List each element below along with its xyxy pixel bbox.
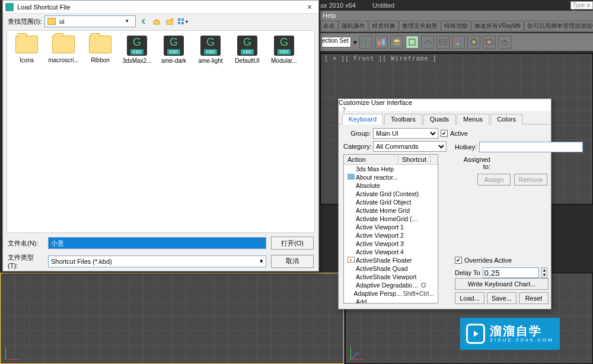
- new-folder-icon[interactable]: [164, 16, 175, 27]
- search-input[interactable]: Type a k: [570, 1, 593, 9]
- filetype-combo[interactable]: Shortcut Files (*.kbd)▾: [48, 256, 266, 267]
- assigned-label: Assigned to:: [455, 156, 490, 170]
- script-button[interactable]: 整理丢失贴图: [399, 21, 441, 31]
- action-row[interactable]: Active Viewport 1: [344, 223, 438, 231]
- action-row[interactable]: About reactor...: [344, 173, 438, 181]
- overrides-checkbox[interactable]: ✔: [455, 257, 462, 264]
- svg-rect-9: [473, 41, 475, 43]
- action-row[interactable]: Active Viewport 3: [344, 240, 438, 248]
- file-label: ame-light: [198, 58, 222, 64]
- file-label: 3dsMax2...: [123, 58, 152, 64]
- action-row[interactable]: 3ds Max Help: [344, 165, 438, 173]
- file-item[interactable]: GKBDDefaultUI: [232, 36, 262, 64]
- viewport-label: [ + ][ Front ][ Wireframe ]: [324, 55, 437, 62]
- tab-keyboard[interactable]: Keyboard: [342, 114, 383, 124]
- dope-icon[interactable]: [436, 36, 449, 49]
- kbd-icon: GKBD: [127, 36, 147, 56]
- watermark-url: ZIXUE.3D66.COM: [490, 338, 554, 343]
- action-row[interactable]: Adaptive Perspective ...Shift+Ctrl...: [344, 289, 438, 298]
- file-item[interactable]: GKBDModular...: [269, 36, 299, 64]
- action-row[interactable]: Add: [344, 298, 438, 304]
- watermark: 溜溜自学 ZIXUE.3D66.COM: [460, 318, 560, 350]
- action-row[interactable]: Activate Grid Object: [344, 198, 438, 206]
- action-row[interactable]: Activate Grid (Context): [344, 190, 438, 198]
- folder-icon: [15, 36, 38, 53]
- svg-rect-0: [378, 41, 381, 45]
- spinner[interactable]: ▲▼: [541, 267, 547, 278]
- svg-point-5: [455, 39, 458, 43]
- teapot-icon[interactable]: [498, 36, 511, 49]
- action-row[interactable]: ActiveShade Viewport: [344, 273, 438, 281]
- file-label: ame-dark: [161, 58, 186, 64]
- viewport-left[interactable]: [0, 273, 344, 364]
- tab-quads[interactable]: Quads: [423, 114, 455, 124]
- open-button[interactable]: 打开(O): [271, 237, 314, 250]
- layers-icon[interactable]: [390, 36, 403, 49]
- script-button[interactable]: 你可以用脚本管理添加按钮到此处: [524, 21, 593, 31]
- schematic-icon[interactable]: [406, 36, 419, 49]
- file-item[interactable]: macroscri...: [49, 36, 78, 63]
- load-button[interactable]: Load...: [455, 292, 484, 304]
- script-button[interactable]: 修改所有VRayMtl: [471, 21, 524, 31]
- action-row[interactable]: Activate HomeGrid (Co...: [344, 215, 438, 223]
- file-list[interactable]: Iconsmacroscri...RibbonGKBD3dsMax2...GKB…: [7, 30, 315, 233]
- play-icon: [466, 324, 485, 344]
- action-row[interactable]: Active Viewport 4: [344, 248, 438, 256]
- script-button[interactable]: 随机操作: [339, 21, 368, 31]
- reset-button[interactable]: Reset: [519, 292, 549, 304]
- close-icon[interactable]: ×: [303, 2, 316, 12]
- tab-colors[interactable]: Colors: [490, 114, 522, 124]
- action-row[interactable]: Adaptive Degradation ...O: [344, 281, 438, 289]
- action-row[interactable]: Activate Home Grid: [344, 206, 438, 215]
- action-row[interactable]: ActiveShade Quad: [344, 264, 438, 273]
- dialog-title: Load Shortcut File: [17, 4, 303, 11]
- mirror-icon[interactable]: [359, 36, 372, 49]
- cancel-button[interactable]: 取消: [271, 255, 314, 268]
- assign-button[interactable]: Assign: [477, 174, 511, 186]
- hotkey-input[interactable]: [479, 142, 583, 152]
- file-item[interactable]: GKBDame-dark: [159, 36, 189, 64]
- action-list[interactable]: Action Shortcut 3ds Max HelpAbout reacto…: [343, 154, 438, 304]
- action-row[interactable]: Absolute: [344, 181, 438, 190]
- filename-input[interactable]: [48, 237, 266, 249]
- lookin-value: ui: [59, 18, 65, 25]
- file-item[interactable]: GKBD3dsMax2...: [122, 36, 152, 64]
- active-checkbox[interactable]: ✔: [441, 130, 448, 137]
- document-name: Untitled: [372, 2, 394, 9]
- lookin-combo[interactable]: ui ▾: [44, 15, 136, 27]
- material-icon[interactable]: [452, 36, 465, 49]
- view-menu-icon[interactable]: ▾: [177, 16, 188, 27]
- align-icon[interactable]: [375, 36, 388, 49]
- category-select[interactable]: All Commands: [373, 141, 447, 152]
- kbd-icon: GKBD: [164, 36, 184, 56]
- group-select[interactable]: Main UI: [373, 128, 438, 139]
- remove-button[interactable]: Remove: [514, 174, 547, 186]
- tab-menus[interactable]: Menus: [457, 114, 489, 124]
- save-button[interactable]: Save...: [487, 292, 517, 304]
- svg-rect-13: [503, 40, 506, 41]
- write-chart-button[interactable]: Write Keyboard Chart...: [455, 278, 549, 290]
- delay-input[interactable]: [483, 267, 539, 278]
- menu-help[interactable]: Help: [323, 12, 336, 19]
- file-item[interactable]: Ribbon: [85, 36, 115, 63]
- chevron-down-icon: ▾: [126, 18, 133, 25]
- render-frame-icon[interactable]: [483, 36, 496, 49]
- file-item[interactable]: Icons: [12, 36, 42, 63]
- customize-ui-dialog: Customize User Interface ? × KeyboardToo…: [338, 98, 551, 309]
- file-label: DefaultUI: [235, 58, 260, 64]
- kbd-icon: GKBD: [200, 36, 221, 56]
- file-dialog: Load Shortcut File × 查找范围(I): ui ▾ ▾ Ico…: [2, 0, 319, 272]
- script-button[interactable]: 材质转换: [369, 21, 398, 31]
- script-button[interactable]: 命名: [320, 21, 338, 31]
- file-item[interactable]: GKBDame-light: [196, 36, 225, 64]
- action-row[interactable]: Active Viewport 2: [344, 231, 438, 240]
- script-button[interactable]: 特殊功能: [441, 21, 471, 31]
- curve-editor-icon[interactable]: [421, 36, 434, 49]
- render-setup-icon[interactable]: [467, 36, 480, 49]
- action-row[interactable]: ▸ActiveShade Floater: [344, 256, 438, 264]
- up-icon[interactable]: [151, 16, 162, 27]
- svg-rect-2: [409, 39, 415, 45]
- tab-toolbars[interactable]: Toolbars: [384, 114, 422, 124]
- selection-set-combo[interactable]: ection Set: [321, 37, 351, 47]
- back-icon[interactable]: [138, 16, 149, 27]
